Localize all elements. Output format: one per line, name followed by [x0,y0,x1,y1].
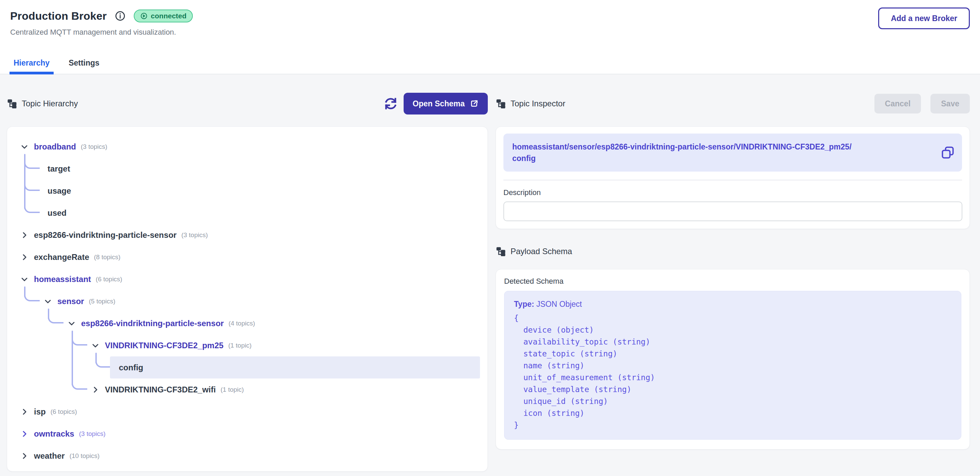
tree-node-label: esp8266-vindriktning-particle-sensor [81,319,224,328]
topic-count: (5 topics) [89,298,115,305]
chevron-right-icon[interactable] [21,253,29,261]
app-header: Production Broker connected Centralized … [0,0,980,74]
tree-node-used[interactable]: used [7,202,487,224]
topic-tree: broadband(3 topics)targetusageusedesp826… [7,127,487,467]
topic-count: (6 topics) [96,276,122,283]
chevron-down-icon[interactable] [91,342,99,350]
topic-path: homeassistant/sensor/esp8266-vindriktnin… [503,134,890,172]
tree-node-label: VINDRIKTNING-CF3DE2_wifi [105,385,216,395]
topic-count: (4 topics) [229,320,255,327]
inspector-panel: Topic Inspector Cancel Save homeassistan… [496,93,970,449]
chevron-down-icon[interactable] [68,319,76,327]
status-badge-label: connected [151,12,186,20]
tree-node-label: weather [34,451,65,461]
inspector-panel-header: Topic Inspector Cancel Save [496,93,970,115]
page-title: Production Broker [10,10,107,22]
chevron-right-icon[interactable] [91,386,99,394]
hierarchy-panel: Topic Hierarchy Open Schema [7,93,488,471]
tree-node-esp8266-vindriktning-particle-sensor[interactable]: esp8266-vindriktning-particle-sensor(4 t… [7,312,487,334]
tree-structure-icon [496,246,506,257]
topic-inspector-card: homeassistant/sensor/esp8266-vindriktnin… [496,126,970,229]
tree-node-broadband[interactable]: broadband(3 topics) [7,136,487,158]
title-row: Production Broker connected [0,0,980,22]
topic-count: (1 topic) [221,386,244,393]
tree-node-target[interactable]: target [7,158,487,180]
tree-node-label: VINDRIKTNING-CF3DE2_pm25 [105,341,223,350]
save-button[interactable]: Save [931,94,970,113]
chevron-down-icon[interactable] [21,275,29,283]
schema-pre: { device (object) availability_topic (st… [514,312,951,431]
hierarchy-panel-header: Topic Hierarchy Open Schema [7,93,488,115]
payload-schema-header: Payload Schema [496,242,970,261]
tab-hierarchy[interactable]: Hierarchy [10,58,54,74]
tree-node-label: homeassistant [34,275,91,284]
main-content: Topic Hierarchy Open Schema [0,74,980,476]
divider [503,180,962,180]
topic-count: (3 topics) [181,232,208,239]
tree-node-vindriktning-cf3de2_pm25[interactable]: VINDRIKTNING-CF3DE2_pm25(1 topic) [7,334,487,356]
status-badge: connected [134,10,193,22]
chevron-right-icon[interactable] [21,231,29,239]
tree-node-owntracks[interactable]: owntracks(3 topics) [7,423,487,445]
cancel-button[interactable]: Cancel [875,94,921,113]
topic-tree-card: broadband(3 topics)targetusageusedesp826… [7,126,488,471]
tree-node-esp8266-vindriktning-particle-sensor[interactable]: esp8266-vindriktning-particle-sensor(3 t… [7,224,487,246]
topic-path-box: homeassistant/sensor/esp8266-vindriktnin… [503,134,962,172]
description-input[interactable] [503,201,963,221]
chevron-right-icon[interactable] [21,430,29,438]
tab-settings[interactable]: Settings [65,58,103,74]
payload-schema-card: Detected Schema Type: JSON Object { devi… [496,269,970,449]
chevron-right-icon[interactable] [21,408,29,416]
tree-node-label: config [119,363,143,372]
tree-node-config[interactable]: config [110,356,480,379]
copy-icon[interactable] [940,145,955,160]
refresh-icon[interactable] [383,96,398,111]
tree-node-weather[interactable]: weather(10 topics) [7,445,487,467]
topic-count: (8 topics) [94,254,121,261]
inspector-panel-title: Topic Inspector [511,99,565,109]
payload-schema-title: Payload Schema [511,247,572,256]
topic-count: (6 topics) [51,408,77,415]
tree-node-vindriktning-cf3de2_wifi[interactable]: VINDRIKTNING-CF3DE2_wifi(1 topic) [7,379,487,401]
chevron-right-icon[interactable] [21,452,29,460]
page-subtitle: Centralized MQTT management and visualiz… [0,22,980,37]
tree-node-usage[interactable]: usage [7,180,487,202]
tree-node-homeassistant[interactable]: homeassistant(6 topics) [7,268,487,290]
external-link-icon [470,99,479,108]
open-schema-label: Open Schema [413,99,465,109]
description-label: Description [503,188,962,197]
tree-node-label: isp [34,407,46,417]
tree-node-sensor[interactable]: sensor(5 topics) [7,290,487,312]
schema-type-line: Type: JSON Object [514,299,951,310]
schema-type-value: JSON Object [536,300,582,308]
hierarchy-panel-title: Topic Hierarchy [22,99,78,109]
open-schema-button[interactable]: Open Schema [404,93,488,115]
chevron-down-icon[interactable] [21,143,29,151]
tree-node-label: exchangeRate [34,252,89,262]
topic-count: (3 topics) [81,143,107,150]
topic-count: (10 topics) [70,452,100,460]
tree-node-exchangerate[interactable]: exchangeRate(8 topics) [7,246,487,268]
tree-node-label: owntracks [34,429,74,439]
tree-node-label: broadband [34,142,76,152]
chevron-down-icon[interactable] [44,297,52,305]
tree-structure-icon [7,99,18,109]
tree-node-label: usage [48,186,71,196]
schema-type-label: Type: [514,300,536,308]
detected-schema-label: Detected Schema [504,277,961,286]
tree-node-label: used [48,208,67,218]
tree-structure-icon [496,99,506,109]
info-icon[interactable] [115,11,126,21]
topic-count: (3 topics) [79,430,105,438]
detected-schema-box: Type: JSON Object { device (object) avai… [504,291,961,440]
connected-play-icon [140,12,148,20]
tree-node-label: esp8266-vindriktning-particle-sensor [34,230,177,240]
tree-node-isp[interactable]: isp(6 topics) [7,401,487,423]
topic-count: (1 topic) [228,342,251,349]
add-broker-button[interactable]: Add a new Broker [878,8,970,29]
tree-node-label: sensor [57,297,84,306]
tab-bar: Hierarchy Settings [10,58,103,74]
tree-node-label: target [48,164,70,174]
